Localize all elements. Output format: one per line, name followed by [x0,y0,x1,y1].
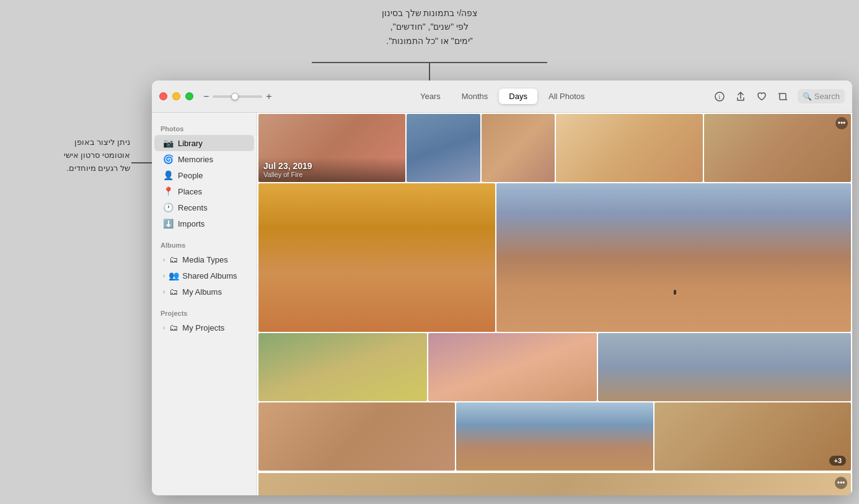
info-button[interactable]: i [713,90,726,103]
zoom-plus-button[interactable]: + [266,92,271,102]
places-icon: 📍 [163,186,173,196]
date-section-2: Jul 24, 2019 ••• [257,473,852,495]
sidebar-item-library-label: Library [178,139,203,148]
annotation-line3: של רגעים מיוחדים. [6,162,130,175]
sidebar-item-my-projects-label: My Projects [182,323,224,332]
photo-cell-9[interactable] [428,333,597,401]
sidebar-item-recents-label: Recents [178,203,208,212]
traffic-lights [159,92,193,100]
annotation-line1: ניתן ליצור באופן [6,136,130,149]
sidebar-item-imports-label: Imports [178,219,205,228]
tooltip-area: צפה/י בתמונות שלך בסינון לפי "שנים", "חו… [0,0,859,80]
tooltip-line [429,62,430,80]
share-button[interactable] [734,90,747,103]
sidebar-item-my-albums[interactable]: › 🗂 My Albums [154,284,254,300]
tooltip-line3: "ימים" או "כל התמונות". [382,34,478,48]
tooltip-line1: צפה/י בתמונות שלך בסינון [382,6,478,20]
sidebar-item-shared-albums-label: Shared Albums [182,271,237,280]
sidebar-item-memories-label: Memories [178,155,213,164]
photo-cell-11[interactable] [258,402,455,471]
photo-cell-1[interactable]: Jul 23, 2019 Valley of Fire [258,114,405,182]
date-section-1: Jul 23, 2019 Valley of Fire ••• +3 [257,113,852,473]
tab-all-photos[interactable]: All Photos [539,89,595,104]
date-title: Jul 23, 2019 [263,161,400,171]
media-types-icon: 🗂 [169,254,178,264]
photo-cell-2[interactable] [407,114,480,182]
search-label: Search [814,92,840,101]
photo-cell-7[interactable] [496,183,851,332]
photo-cell-6[interactable] [258,183,495,332]
main-window: − + Years Months Days All Photos i [152,80,852,495]
photo-cell-5[interactable]: ••• [704,114,851,182]
chevron-icon-3: › [163,289,165,295]
tooltip-text: צפה/י בתמונות שלך בסינון לפי "שנים", "חו… [382,6,478,48]
chevron-icon-4: › [163,324,165,331]
svg-text:i: i [718,93,720,100]
sidebar-item-my-albums-label: My Albums [182,287,222,297]
annotation-line2: אוטומטי סרטון אישי [6,149,130,162]
memories-icon: 🌀 [163,154,173,164]
people-icon: 👤 [163,170,173,180]
sidebar-item-library[interactable]: 📷 Library [154,135,254,151]
left-annotation: ניתן ליצור באופן אוטומטי סרטון אישי של ר… [6,136,130,175]
view-tabs-container: Years Months Days All Photos [297,89,708,104]
sidebar-item-shared-albums[interactable]: › 👥 Shared Albums [154,267,254,284]
zoom-area: − + [203,92,272,102]
shared-albums-icon: 👥 [169,271,178,280]
zoom-minus-button[interactable]: − [203,92,209,102]
zoom-thumb [231,93,239,100]
sidebar-item-places[interactable]: 📍 Places [154,183,254,199]
more-button-top[interactable]: ••• [835,117,848,129]
recents-icon: 🕐 [163,202,173,212]
close-button[interactable] [159,92,167,100]
library-icon: 📷 [163,138,173,148]
sidebar-item-people[interactable]: 👤 People [154,167,254,183]
photos-section-label: Photos [152,120,257,135]
sidebar-item-imports[interactable]: ⬇️ Imports [154,215,254,232]
photo-cell-8[interactable] [258,333,427,401]
chevron-icon: › [163,256,165,263]
titlebar: − + Years Months Days All Photos i [152,80,852,113]
chevron-icon-2: › [163,272,165,279]
photo-cell-12[interactable] [456,402,653,471]
favorite-button[interactable] [755,90,768,103]
search-icon: 🔍 [803,92,812,101]
projects-section-label: Projects [152,305,257,319]
zoom-slider[interactable] [213,95,262,98]
sidebar: Photos 📷 Library 🌀 Memories 👤 People 📍 P… [152,113,257,495]
svg-rect-2 [780,93,786,100]
date-subtitle: Valley of Fire [263,171,400,178]
view-tabs: Years Months Days All Photos [410,89,595,104]
sidebar-item-media-types-label: Media Types [182,255,227,264]
my-albums-icon: 🗂 [169,287,178,297]
sidebar-item-recents[interactable]: 🕐 Recents [154,199,254,215]
photo-cell-4[interactable] [556,114,703,182]
maximize-button[interactable] [185,92,193,100]
photo-cell-10[interactable] [598,333,851,401]
next-date-preview: Jul 24, 2019 ••• [258,473,851,495]
sidebar-item-memories[interactable]: 🌀 Memories [154,151,254,167]
sidebar-item-people-label: People [178,171,203,180]
more-button-2[interactable]: ••• [835,477,847,489]
photo-cell-3[interactable] [482,114,555,182]
minimize-button[interactable] [172,92,180,100]
more-photos-badge[interactable]: +3 [829,456,846,466]
crop-button[interactable] [777,90,789,103]
tab-days[interactable]: Days [499,89,537,104]
toolbar-right: i 🔍 Searc [713,89,845,103]
content-area: Photos 📷 Library 🌀 Memories 👤 People 📍 P… [152,113,852,495]
imports-icon: ⬇️ [163,219,173,228]
sidebar-item-places-label: Places [178,187,202,196]
sidebar-item-my-projects[interactable]: › 🗂 My Projects [154,319,254,336]
albums-section-label: Albums [152,237,257,251]
tab-years[interactable]: Years [410,89,451,104]
search-box[interactable]: 🔍 Search [798,89,845,103]
tab-months[interactable]: Months [452,89,498,104]
my-projects-icon: 🗂 [169,323,178,332]
sidebar-item-media-types[interactable]: › 🗂 Media Types [154,251,254,267]
tooltip-line2: לפי "שנים", "חודשים", [382,20,478,33]
photo-grid: Jul 23, 2019 Valley of Fire ••• +3 [257,113,852,495]
photo-cell-13[interactable]: +3 [654,402,851,471]
